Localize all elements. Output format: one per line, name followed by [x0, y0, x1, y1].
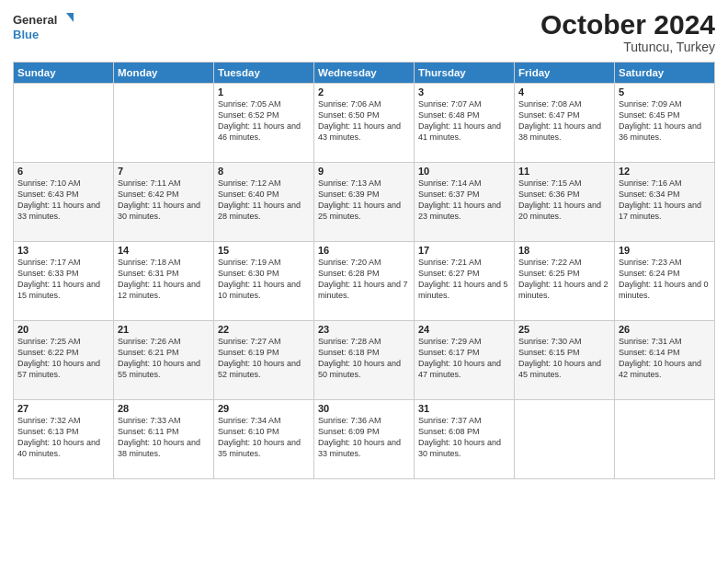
logo-svg: General Blue	[13, 9, 77, 44]
calendar-cell: 12Sunrise: 7:16 AM Sunset: 6:34 PM Dayli…	[615, 163, 715, 242]
day-number: 7	[118, 166, 210, 177]
calendar-cell: 28Sunrise: 7:33 AM Sunset: 6:11 PM Dayli…	[114, 400, 214, 479]
day-info: Sunrise: 7:23 AM Sunset: 6:24 PM Dayligh…	[619, 257, 711, 302]
day-number: 26	[619, 324, 711, 335]
day-number: 3	[418, 86, 510, 98]
calendar-cell: 24Sunrise: 7:29 AM Sunset: 6:17 PM Dayli…	[415, 321, 515, 400]
calendar-cell: 7Sunrise: 7:11 AM Sunset: 6:42 PM Daylig…	[114, 163, 214, 242]
day-number: 25	[518, 324, 610, 335]
day-number: 14	[118, 245, 210, 256]
calendar-cell: 18Sunrise: 7:22 AM Sunset: 6:25 PM Dayli…	[515, 242, 615, 321]
page: General Blue October 2024 Tutuncu, Turke…	[0, 0, 728, 563]
calendar-cell: 10Sunrise: 7:14 AM Sunset: 6:37 PM Dayli…	[415, 163, 515, 242]
day-number: 29	[218, 403, 310, 414]
day-info: Sunrise: 7:31 AM Sunset: 6:14 PM Dayligh…	[619, 336, 711, 381]
header-wednesday: Wednesday	[314, 63, 415, 84]
svg-text:Blue: Blue	[13, 28, 39, 41]
day-number: 22	[218, 324, 310, 335]
day-number: 11	[518, 166, 610, 177]
calendar-cell: 22Sunrise: 7:27 AM Sunset: 6:19 PM Dayli…	[214, 321, 314, 400]
day-info: Sunrise: 7:12 AM Sunset: 6:40 PM Dayligh…	[218, 178, 310, 223]
day-info: Sunrise: 7:11 AM Sunset: 6:42 PM Dayligh…	[118, 178, 210, 223]
header-tuesday: Tuesday	[214, 63, 314, 84]
calendar-cell: 11Sunrise: 7:15 AM Sunset: 6:36 PM Dayli…	[515, 163, 615, 242]
day-number: 12	[619, 166, 711, 177]
day-info: Sunrise: 7:16 AM Sunset: 6:34 PM Dayligh…	[619, 178, 711, 223]
calendar-header-row: SundayMondayTuesdayWednesdayThursdayFrid…	[14, 63, 715, 84]
calendar-cell	[14, 84, 114, 163]
calendar-cell: 5Sunrise: 7:09 AM Sunset: 6:45 PM Daylig…	[615, 84, 715, 163]
week-row-3: 13Sunrise: 7:17 AM Sunset: 6:33 PM Dayli…	[14, 242, 715, 321]
day-info: Sunrise: 7:08 AM Sunset: 6:47 PM Dayligh…	[518, 98, 610, 144]
day-info: Sunrise: 7:17 AM Sunset: 6:33 PM Dayligh…	[17, 257, 109, 302]
week-row-5: 27Sunrise: 7:32 AM Sunset: 6:13 PM Dayli…	[14, 400, 715, 479]
day-info: Sunrise: 7:09 AM Sunset: 6:45 PM Dayligh…	[619, 98, 711, 144]
week-row-4: 20Sunrise: 7:25 AM Sunset: 6:22 PM Dayli…	[14, 321, 715, 400]
calendar-cell: 3Sunrise: 7:07 AM Sunset: 6:48 PM Daylig…	[415, 84, 515, 163]
day-number: 21	[118, 324, 210, 335]
header-sunday: Sunday	[14, 63, 114, 84]
day-number: 16	[318, 245, 410, 256]
day-info: Sunrise: 7:13 AM Sunset: 6:39 PM Dayligh…	[318, 178, 410, 223]
calendar-cell: 25Sunrise: 7:30 AM Sunset: 6:15 PM Dayli…	[515, 321, 615, 400]
calendar-cell: 1Sunrise: 7:05 AM Sunset: 6:52 PM Daylig…	[214, 84, 314, 163]
calendar-cell: 29Sunrise: 7:34 AM Sunset: 6:10 PM Dayli…	[214, 400, 314, 479]
day-info: Sunrise: 7:07 AM Sunset: 6:48 PM Dayligh…	[418, 98, 510, 144]
day-info: Sunrise: 7:29 AM Sunset: 6:17 PM Dayligh…	[418, 336, 510, 381]
day-number: 13	[17, 245, 109, 256]
day-number: 20	[17, 324, 109, 335]
day-info: Sunrise: 7:32 AM Sunset: 6:13 PM Dayligh…	[17, 415, 109, 460]
day-info: Sunrise: 7:37 AM Sunset: 6:08 PM Dayligh…	[418, 415, 510, 460]
calendar-cell: 31Sunrise: 7:37 AM Sunset: 6:08 PM Dayli…	[415, 400, 515, 479]
day-info: Sunrise: 7:26 AM Sunset: 6:21 PM Dayligh…	[118, 336, 210, 381]
day-number: 18	[518, 245, 610, 256]
day-number: 9	[318, 166, 410, 177]
day-info: Sunrise: 7:05 AM Sunset: 6:52 PM Dayligh…	[218, 98, 310, 144]
header-friday: Friday	[515, 63, 615, 84]
calendar-cell: 2Sunrise: 7:06 AM Sunset: 6:50 PM Daylig…	[314, 84, 415, 163]
logo: General Blue	[13, 9, 77, 44]
title-month: October 2024	[540, 9, 715, 40]
calendar-cell: 30Sunrise: 7:36 AM Sunset: 6:09 PM Dayli…	[314, 400, 415, 479]
calendar-cell	[114, 84, 214, 163]
day-info: Sunrise: 7:33 AM Sunset: 6:11 PM Dayligh…	[118, 415, 210, 460]
day-info: Sunrise: 7:20 AM Sunset: 6:28 PM Dayligh…	[318, 257, 410, 302]
calendar-cell: 26Sunrise: 7:31 AM Sunset: 6:14 PM Dayli…	[615, 321, 715, 400]
calendar-cell: 6Sunrise: 7:10 AM Sunset: 6:43 PM Daylig…	[14, 163, 114, 242]
day-number: 19	[619, 245, 711, 256]
day-number: 8	[218, 166, 310, 177]
day-info: Sunrise: 7:15 AM Sunset: 6:36 PM Dayligh…	[518, 178, 610, 223]
calendar-cell: 8Sunrise: 7:12 AM Sunset: 6:40 PM Daylig…	[214, 163, 314, 242]
day-info: Sunrise: 7:14 AM Sunset: 6:37 PM Dayligh…	[418, 178, 510, 223]
day-info: Sunrise: 7:21 AM Sunset: 6:27 PM Dayligh…	[418, 257, 510, 302]
title-block: October 2024 Tutuncu, Turkey	[540, 9, 715, 54]
week-row-2: 6Sunrise: 7:10 AM Sunset: 6:43 PM Daylig…	[14, 163, 715, 242]
day-info: Sunrise: 7:34 AM Sunset: 6:10 PM Dayligh…	[218, 415, 310, 460]
header: General Blue October 2024 Tutuncu, Turke…	[13, 9, 715, 54]
day-number: 23	[318, 324, 410, 335]
day-info: Sunrise: 7:22 AM Sunset: 6:25 PM Dayligh…	[518, 257, 610, 302]
day-number: 30	[318, 403, 410, 414]
svg-marker-1	[66, 13, 74, 22]
calendar-cell: 20Sunrise: 7:25 AM Sunset: 6:22 PM Dayli…	[14, 321, 114, 400]
day-number: 28	[118, 403, 210, 414]
calendar-cell: 27Sunrise: 7:32 AM Sunset: 6:13 PM Dayli…	[14, 400, 114, 479]
calendar-cell: 16Sunrise: 7:20 AM Sunset: 6:28 PM Dayli…	[314, 242, 415, 321]
day-number: 24	[418, 324, 510, 335]
day-info: Sunrise: 7:25 AM Sunset: 6:22 PM Dayligh…	[17, 336, 109, 381]
day-info: Sunrise: 7:30 AM Sunset: 6:15 PM Dayligh…	[518, 336, 610, 381]
day-info: Sunrise: 7:36 AM Sunset: 6:09 PM Dayligh…	[318, 415, 410, 460]
day-number: 15	[218, 245, 310, 256]
day-info: Sunrise: 7:18 AM Sunset: 6:31 PM Dayligh…	[118, 257, 210, 302]
header-thursday: Thursday	[415, 63, 515, 84]
svg-text:General: General	[13, 13, 57, 27]
calendar-cell: 21Sunrise: 7:26 AM Sunset: 6:21 PM Dayli…	[114, 321, 214, 400]
header-saturday: Saturday	[615, 63, 715, 84]
day-info: Sunrise: 7:28 AM Sunset: 6:18 PM Dayligh…	[318, 336, 410, 381]
calendar-cell: 19Sunrise: 7:23 AM Sunset: 6:24 PM Dayli…	[615, 242, 715, 321]
calendar-cell: 15Sunrise: 7:19 AM Sunset: 6:30 PM Dayli…	[214, 242, 314, 321]
day-number: 2	[318, 86, 410, 98]
day-number: 6	[17, 166, 109, 177]
day-number: 10	[418, 166, 510, 177]
day-number: 4	[518, 86, 610, 98]
